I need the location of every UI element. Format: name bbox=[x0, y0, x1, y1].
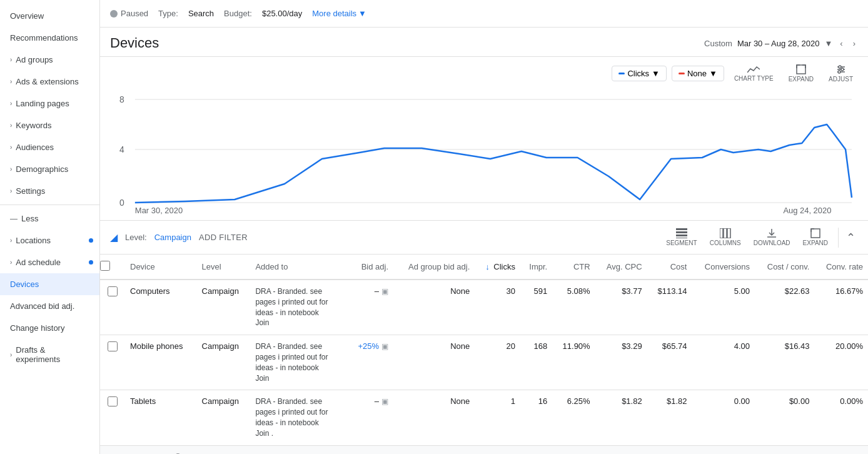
svg-rect-16 bbox=[676, 231, 687, 233]
sidebar-item-demographics[interactable]: › Demographics bbox=[0, 158, 99, 180]
status-label: Paused bbox=[121, 9, 148, 18]
sidebar-item-drafts[interactable]: › Drafts & experiments bbox=[0, 339, 99, 370]
budget-label: Budget: bbox=[224, 9, 252, 18]
sidebar-item-keywords[interactable]: › Keywords bbox=[0, 114, 99, 136]
cell-added-to: DRA - Branded. see pages i printed out f… bbox=[250, 280, 347, 335]
sidebar-item-settings[interactable]: › Settings bbox=[0, 180, 99, 202]
columns-button[interactable]: COLUMNS bbox=[705, 226, 746, 249]
filter-right: SEGMENT COLUMNS DOWNLOAD bbox=[661, 226, 858, 249]
row-checkbox[interactable] bbox=[108, 286, 118, 296]
svg-rect-15 bbox=[676, 228, 687, 230]
type-label: Type: bbox=[158, 9, 178, 18]
row-checkbox[interactable] bbox=[108, 341, 118, 351]
table-row: Tablets Campaign DRA - Branded. see page… bbox=[100, 390, 868, 445]
type-value: Search bbox=[188, 9, 214, 18]
svg-rect-18 bbox=[676, 238, 687, 238]
sidebar-item-devices[interactable]: Devices bbox=[0, 273, 99, 295]
expand-table-button[interactable]: EXPAND bbox=[798, 226, 833, 249]
download-button[interactable]: DOWNLOAD bbox=[749, 226, 795, 249]
chart-area: Clicks ▼ None ▼ CHART TYPE EX bbox=[100, 57, 868, 221]
total-conv-rate: 17.65% bbox=[814, 445, 868, 454]
expand-chart-button[interactable]: EXPAND bbox=[784, 62, 819, 85]
total-conversions: 9.00 bbox=[692, 445, 755, 454]
sidebar-item-label: Ad schedule bbox=[16, 258, 61, 267]
total-ctr: 6.58% bbox=[552, 445, 595, 454]
svg-point-4 bbox=[839, 66, 841, 68]
date-prev-button[interactable]: ‹ bbox=[837, 36, 845, 51]
col-ag-bid-adj: Ad group bid adj. bbox=[393, 255, 475, 280]
date-range[interactable]: Mar 30 – Aug 28, 2020 bbox=[737, 39, 820, 48]
bid-edit-icon[interactable]: ▣ bbox=[381, 287, 388, 296]
cell-ctr: 5.08% bbox=[552, 280, 595, 335]
filter-bar: ◢ Level: Campaign ADD FILTER SEGMENT bbox=[100, 221, 868, 255]
svg-rect-21 bbox=[727, 228, 730, 238]
metric2-button[interactable]: None ▼ bbox=[672, 66, 724, 81]
page-header: Devices Custom Mar 30 – Aug 28, 2020 ▼ ‹… bbox=[100, 28, 868, 57]
level-value[interactable]: Campaign bbox=[154, 233, 191, 242]
total-bid-adj bbox=[347, 445, 393, 454]
date-next-button[interactable]: › bbox=[850, 36, 858, 51]
cell-bid-adj: – ▣ bbox=[347, 390, 393, 445]
sidebar-item-label: Audiences bbox=[16, 143, 54, 152]
total-cost-conv: $20.08 bbox=[755, 445, 814, 454]
level-label: Level: bbox=[125, 233, 147, 242]
active-dot bbox=[89, 238, 93, 243]
sidebar-item-locations[interactable]: › Locations bbox=[0, 230, 99, 251]
sidebar-item-advanced-bid[interactable]: Advanced bid adj. bbox=[0, 295, 99, 317]
sidebar-item-ads-extensions[interactable]: › Ads & extensions bbox=[0, 71, 99, 93]
col-level: Level bbox=[197, 255, 251, 280]
cell-ctr: 6.25% bbox=[552, 390, 595, 445]
col-impr: Impr. bbox=[520, 255, 552, 280]
add-filter-button[interactable]: ADD FILTER bbox=[199, 233, 248, 242]
sidebar-item-label: Landing pages bbox=[16, 99, 69, 108]
svg-rect-17 bbox=[676, 235, 687, 236]
sidebar-item-change-history[interactable]: Change history bbox=[0, 317, 99, 339]
metric1-button[interactable]: Clicks ▼ bbox=[612, 66, 667, 81]
data-table: Device Level Added to Bid adj. Ad group … bbox=[100, 255, 868, 454]
cell-cost-conv: $0.00 bbox=[755, 390, 814, 445]
date-dropdown-icon[interactable]: ▼ bbox=[824, 39, 832, 48]
row-checkbox-cell[interactable] bbox=[100, 335, 125, 390]
col-bid-adj: Bid adj. bbox=[347, 255, 393, 280]
chevron-icon: › bbox=[10, 259, 12, 266]
col-clicks[interactable]: ↓ Clicks bbox=[475, 255, 520, 280]
bid-edit-icon[interactable]: ▣ bbox=[381, 397, 388, 406]
table-row: Computers Campaign DRA - Branded. see pa… bbox=[100, 280, 868, 335]
select-all-checkbox[interactable] bbox=[100, 261, 110, 271]
sidebar-item-recommendations[interactable]: Recommendations bbox=[0, 27, 99, 49]
cell-level: Campaign bbox=[197, 390, 251, 445]
budget-value: $25.00/day bbox=[262, 9, 302, 18]
cell-conversions: 4.00 bbox=[692, 335, 755, 390]
svg-rect-0 bbox=[797, 65, 805, 74]
total-row: Total: Ca... ⓘ 51 775 6.58% bbox=[100, 445, 868, 454]
cell-added-to: DRA - Branded. see pages i printed out f… bbox=[250, 390, 347, 445]
select-all-header[interactable] bbox=[100, 255, 125, 280]
adjust-chart-button[interactable]: ADJUST bbox=[824, 62, 858, 85]
row-checkbox-cell[interactable] bbox=[100, 390, 125, 445]
svg-rect-24 bbox=[811, 229, 820, 238]
cell-cost-conv: $22.63 bbox=[755, 280, 814, 335]
segment-button[interactable]: SEGMENT bbox=[661, 226, 702, 249]
sidebar-item-overview[interactable]: Overview bbox=[0, 5, 99, 27]
sidebar-item-landing-pages[interactable]: › Landing pages bbox=[0, 93, 99, 114]
collapse-button[interactable]: ⌃ bbox=[844, 228, 858, 247]
sidebar-item-label: Drafts & experiments bbox=[16, 345, 89, 364]
chart-type-button[interactable]: CHART TYPE bbox=[729, 63, 779, 84]
sidebar-item-less[interactable]: — Less bbox=[0, 208, 99, 230]
sidebar-item-ad-schedule[interactable]: › Ad schedule bbox=[0, 251, 99, 273]
row-checkbox-cell[interactable] bbox=[100, 280, 125, 335]
svg-point-6 bbox=[838, 71, 840, 73]
cell-ag-bid-adj: None bbox=[393, 335, 475, 390]
sidebar-item-audiences[interactable]: › Audiences bbox=[0, 136, 99, 158]
table-header-row: Device Level Added to Bid adj. Ad group … bbox=[100, 255, 868, 280]
svg-rect-20 bbox=[724, 228, 727, 238]
total-impr: 775 bbox=[520, 445, 552, 454]
metric2-label: None bbox=[687, 69, 707, 78]
sidebar-item-ad-groups[interactable]: › Ad groups bbox=[0, 49, 99, 71]
bid-edit-icon[interactable]: ▣ bbox=[381, 342, 388, 351]
toolbar-divider bbox=[838, 228, 839, 248]
chevron-icon: › bbox=[10, 56, 12, 63]
segment-icon bbox=[676, 228, 687, 238]
row-checkbox[interactable] bbox=[108, 396, 118, 406]
more-details-button[interactable]: More details ▼ bbox=[312, 9, 366, 18]
